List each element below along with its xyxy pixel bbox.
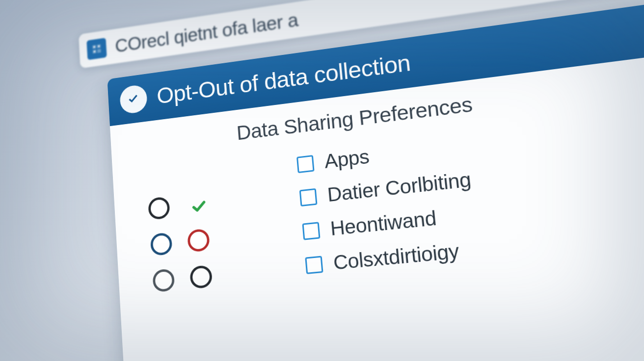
checkbox-icon[interactable] (305, 256, 323, 274)
app-glyph-icon (86, 38, 107, 60)
radio-option-red[interactable] (187, 228, 210, 252)
privacy-settings-panel: Opt-Out of data collection Data Sharing … (107, 0, 644, 361)
checkbox-label: Heontiwand (329, 207, 437, 240)
radio-option-blue[interactable] (150, 232, 173, 256)
checkbox-label: Datier Corlbiting (326, 168, 472, 206)
color-radio-palette (126, 124, 239, 300)
checkbox-label: Colsxtdirtioigy (332, 240, 460, 274)
check-circle-icon (119, 84, 148, 115)
address-bar-text: COrecl qietnt ofa laer a (114, 9, 299, 56)
radio-option-black-2[interactable] (189, 265, 213, 289)
checkbox-icon[interactable] (302, 222, 320, 240)
checkbox-label: Apps (323, 146, 370, 173)
check-icon (185, 191, 214, 222)
radio-option-black[interactable] (148, 196, 170, 220)
checkbox-icon[interactable] (299, 188, 318, 206)
checkbox-icon[interactable] (296, 155, 315, 173)
radio-option-grey[interactable] (152, 268, 175, 292)
